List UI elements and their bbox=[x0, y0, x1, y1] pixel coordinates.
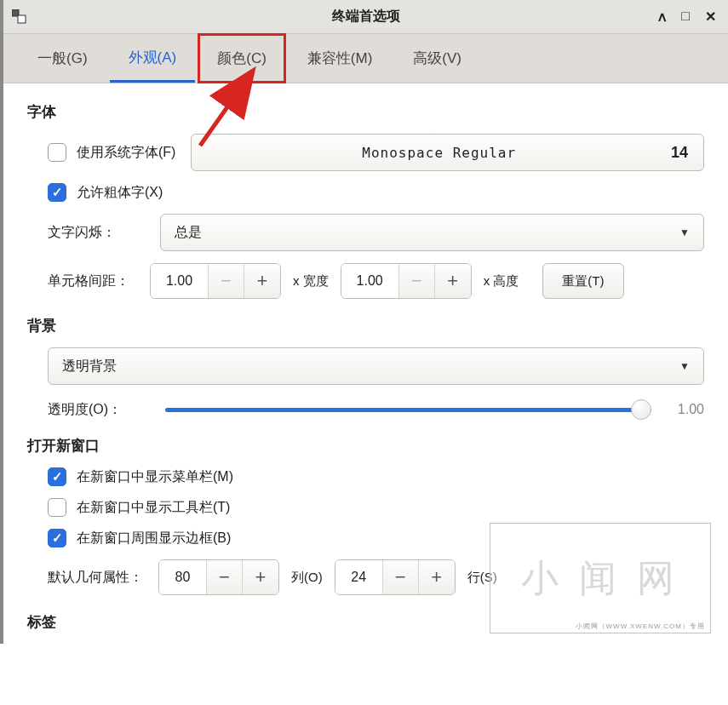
allow-bold-label: 允许粗体字(X) bbox=[77, 184, 163, 202]
width-suffix: x 宽度 bbox=[293, 273, 329, 289]
rows-spinner[interactable]: 24 − + bbox=[335, 559, 456, 595]
tab-compat[interactable]: 兼容性(M) bbox=[289, 34, 391, 83]
use-system-font-label: 使用系统字体(F) bbox=[77, 144, 175, 162]
cols-minus-button[interactable]: − bbox=[207, 560, 243, 594]
height-spinner[interactable]: 1.00 − + bbox=[341, 263, 472, 299]
font-size-text: 14 bbox=[671, 144, 688, 162]
show-toolbar-label: 在新窗口中显示工具栏(T) bbox=[77, 499, 230, 517]
font-name-text: Monospace Regular bbox=[207, 145, 671, 161]
close-button[interactable]: ✕ bbox=[705, 9, 716, 25]
width-minus-button[interactable]: − bbox=[209, 264, 244, 298]
font-section-title: 字体 bbox=[27, 102, 704, 122]
tab-general[interactable]: 一般(G) bbox=[19, 34, 106, 83]
chevron-down-icon: ▼ bbox=[679, 226, 690, 238]
opacity-label: 透明度(O)： bbox=[48, 401, 150, 419]
window-title: 终端首选项 bbox=[3, 8, 728, 26]
rows-value[interactable]: 24 bbox=[335, 560, 383, 594]
show-menubar-label: 在新窗口中显示菜单栏(M) bbox=[77, 468, 233, 486]
maximize-button[interactable]: □ bbox=[681, 9, 690, 25]
tab-color[interactable]: 颜色(C) bbox=[198, 34, 285, 83]
content-area: 字体 使用系统字体(F) Monospace Regular 14 允许粗体字(… bbox=[3, 83, 728, 644]
blink-value: 总是 bbox=[175, 224, 679, 242]
bg-mode-value: 透明背景 bbox=[62, 358, 679, 375]
height-minus-button[interactable]: − bbox=[399, 264, 435, 298]
tab-appearance[interactable]: 外观(A) bbox=[110, 34, 196, 83]
opacity-slider[interactable] bbox=[165, 400, 651, 419]
spacing-label: 单元格间距： bbox=[48, 272, 150, 290]
tab-advanced[interactable]: 高级(V) bbox=[394, 34, 480, 83]
allow-bold-checkbox[interactable] bbox=[48, 183, 66, 202]
opacity-value: 1.00 bbox=[667, 402, 704, 417]
height-suffix: x 高度 bbox=[484, 273, 519, 289]
rows-suffix: 行(S) bbox=[467, 570, 497, 586]
cols-spinner[interactable]: 80 − + bbox=[158, 559, 279, 595]
blink-dropdown[interactable]: 总是 ▼ bbox=[160, 214, 704, 251]
width-value[interactable]: 1.00 bbox=[151, 264, 209, 298]
tab-bar: 一般(G) 外观(A) 颜色(C) 兼容性(M) 高级(V) bbox=[3, 34, 728, 83]
geometry-label: 默认几何属性： bbox=[48, 569, 158, 587]
newwin-section-title: 打开新窗口 bbox=[27, 436, 704, 456]
blink-label: 文字闪烁： bbox=[48, 224, 150, 242]
bg-mode-dropdown[interactable]: 透明背景 ▼ bbox=[48, 347, 704, 385]
font-chooser-button[interactable]: Monospace Regular 14 bbox=[191, 134, 704, 171]
bg-section-title: 背景 bbox=[27, 316, 704, 335]
cols-value[interactable]: 80 bbox=[159, 560, 207, 594]
width-plus-button[interactable]: + bbox=[244, 264, 280, 298]
cols-suffix: 列(O) bbox=[291, 570, 323, 586]
rows-minus-button[interactable]: − bbox=[383, 560, 419, 594]
chevron-down-icon: ▼ bbox=[679, 360, 690, 372]
app-icon bbox=[12, 9, 27, 25]
titlebar: 终端首选项 ʌ □ ✕ bbox=[3, 0, 728, 34]
slider-thumb[interactable] bbox=[631, 399, 651, 420]
height-plus-button[interactable]: + bbox=[435, 264, 471, 298]
show-border-label: 在新窗口周围显示边框(B) bbox=[77, 530, 231, 547]
svg-rect-1 bbox=[18, 15, 26, 23]
cols-plus-button[interactable]: + bbox=[243, 560, 278, 594]
show-menubar-checkbox[interactable] bbox=[48, 467, 66, 486]
use-system-font-checkbox[interactable] bbox=[48, 143, 66, 162]
tabs-section-title: 标签 bbox=[27, 612, 704, 632]
rows-plus-button[interactable]: + bbox=[419, 560, 455, 594]
collapse-button[interactable]: ʌ bbox=[658, 9, 666, 25]
width-spinner[interactable]: 1.00 − + bbox=[150, 263, 281, 299]
show-toolbar-checkbox[interactable] bbox=[48, 498, 66, 517]
preferences-window: 终端首选项 ʌ □ ✕ 一般(G) 外观(A) 颜色(C) 兼容性(M) 高级(… bbox=[0, 0, 728, 644]
show-border-checkbox[interactable] bbox=[48, 529, 66, 547]
reset-spacing-button[interactable]: 重置(T) bbox=[542, 263, 623, 299]
height-value[interactable]: 1.00 bbox=[341, 264, 399, 298]
